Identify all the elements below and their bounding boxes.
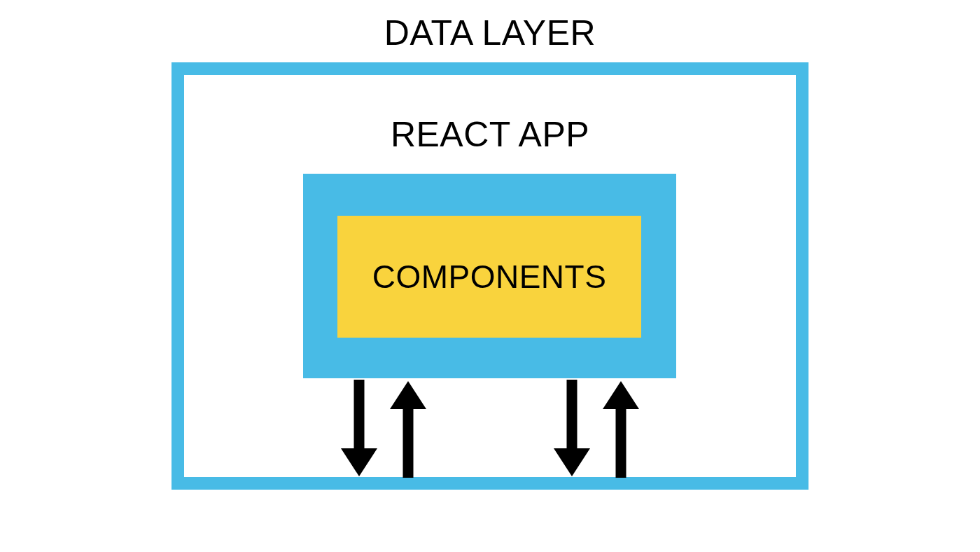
- react-app-label: REACT APP: [184, 114, 796, 155]
- components-label: COMPONENTS: [372, 258, 607, 296]
- svg-marker-5: [554, 448, 590, 476]
- bidirectional-arrows-right: [545, 380, 647, 481]
- down-arrow-icon: [554, 380, 590, 476]
- data-layer-container: REACT APP COMPONENTS: [172, 62, 808, 490]
- svg-marker-3: [390, 381, 426, 409]
- up-arrow-icon: [603, 381, 639, 478]
- components-container: COMPONENTS: [337, 216, 641, 338]
- svg-marker-1: [341, 448, 377, 476]
- bidirectional-arrows-left: [332, 380, 434, 481]
- up-arrow-icon: [390, 381, 426, 478]
- data-layer-label: DATA LAYER: [0, 13, 980, 53]
- svg-marker-7: [603, 381, 639, 409]
- react-app-container: COMPONENTS: [303, 174, 676, 378]
- down-arrow-icon: [341, 380, 377, 476]
- data-layer-inner-area: REACT APP COMPONENTS: [184, 75, 796, 477]
